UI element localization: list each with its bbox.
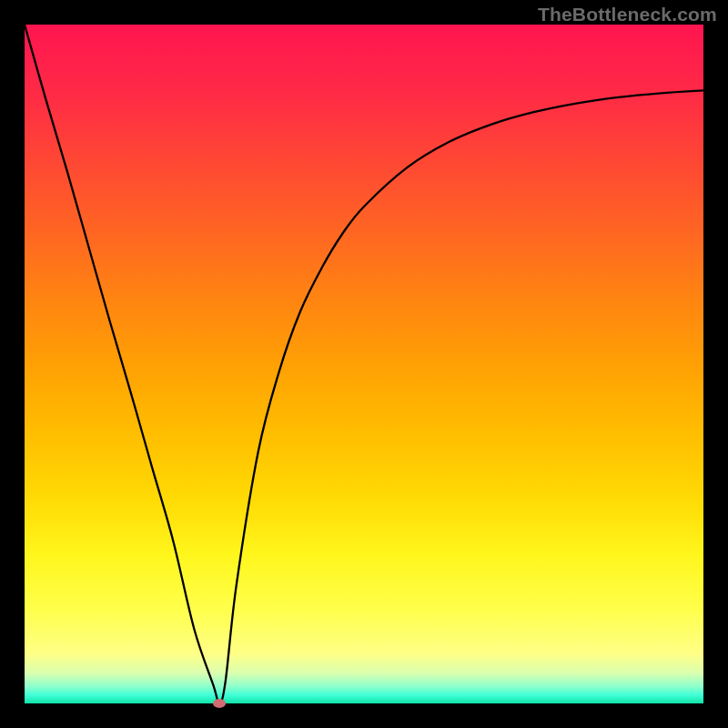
- optimum-marker: [213, 699, 226, 708]
- plot-area: [25, 25, 703, 703]
- chart-frame: TheBottleneck.com: [0, 0, 728, 728]
- attribution-text: TheBottleneck.com: [538, 4, 717, 25]
- plot-background: [25, 25, 703, 703]
- chart-svg: [25, 25, 703, 703]
